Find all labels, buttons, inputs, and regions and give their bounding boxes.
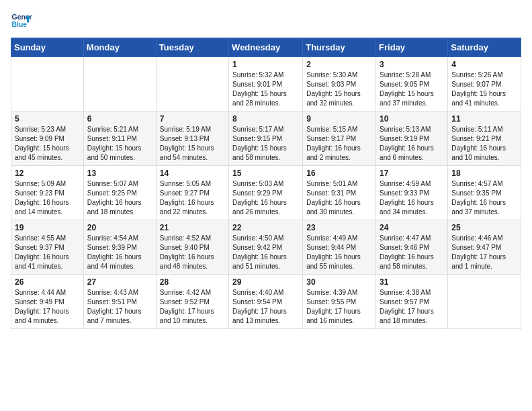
- day-info: Sunrise: 5:07 AM Sunset: 9:25 PM Dayligh…: [87, 179, 152, 217]
- calendar-cell: 24Sunrise: 4:47 AM Sunset: 9:46 PM Dayli…: [376, 220, 448, 275]
- day-number: 12: [15, 169, 80, 178]
- day-number: 8: [232, 114, 299, 124]
- calendar-cell: 12Sunrise: 5:09 AM Sunset: 9:23 PM Dayli…: [11, 166, 84, 220]
- calendar-cell: 29Sunrise: 4:40 AM Sunset: 9:54 PM Dayli…: [229, 275, 303, 329]
- day-number: 29: [232, 277, 299, 287]
- calendar-cell: 7Sunrise: 5:19 AM Sunset: 9:13 PM Daylig…: [156, 111, 228, 166]
- day-number: 23: [306, 223, 372, 232]
- day-info: Sunrise: 5:30 AM Sunset: 9:03 PM Dayligh…: [306, 71, 372, 108]
- day-info: Sunrise: 4:46 AM Sunset: 9:47 PM Dayligh…: [451, 234, 517, 271]
- day-number: 27: [87, 277, 152, 287]
- logo: General Blue: [11, 11, 35, 32]
- calendar-cell: 23Sunrise: 4:49 AM Sunset: 9:44 PM Dayli…: [303, 220, 376, 275]
- calendar-cell: 31Sunrise: 4:38 AM Sunset: 9:57 PM Dayli…: [376, 275, 448, 329]
- day-number: 25: [451, 223, 517, 232]
- day-info: Sunrise: 5:23 AM Sunset: 9:09 PM Dayligh…: [15, 125, 80, 163]
- calendar-cell: 25Sunrise: 4:46 AM Sunset: 9:47 PM Dayli…: [448, 220, 521, 275]
- day-info: Sunrise: 5:11 AM Sunset: 9:21 PM Dayligh…: [451, 125, 517, 163]
- day-number: 3: [380, 60, 444, 69]
- day-number: 2: [306, 60, 372, 69]
- calendar-cell: 20Sunrise: 4:54 AM Sunset: 9:39 PM Dayli…: [83, 220, 156, 275]
- day-number: 5: [15, 114, 80, 124]
- calendar-cell: 21Sunrise: 4:52 AM Sunset: 9:40 PM Dayli…: [156, 220, 228, 275]
- calendar-header-row: SundayMondayTuesdayWednesdayThursdayFrid…: [11, 38, 521, 57]
- day-number: 28: [160, 277, 225, 287]
- day-info: Sunrise: 4:38 AM Sunset: 9:57 PM Dayligh…: [380, 288, 444, 326]
- calendar-cell: 3Sunrise: 5:28 AM Sunset: 9:05 PM Daylig…: [376, 57, 448, 111]
- day-info: Sunrise: 5:15 AM Sunset: 9:17 PM Dayligh…: [306, 125, 372, 163]
- calendar-cell: [83, 57, 156, 111]
- day-header-tuesday: Tuesday: [156, 38, 228, 57]
- calendar-week-1: 1Sunrise: 5:32 AM Sunset: 9:01 PM Daylig…: [11, 57, 521, 111]
- calendar-cell: 26Sunrise: 4:44 AM Sunset: 9:49 PM Dayli…: [11, 275, 84, 329]
- calendar-cell: 28Sunrise: 4:42 AM Sunset: 9:52 PM Dayli…: [156, 275, 228, 329]
- calendar-cell: 1Sunrise: 5:32 AM Sunset: 9:01 PM Daylig…: [229, 57, 303, 111]
- day-number: 14: [160, 169, 225, 178]
- calendar-cell: 18Sunrise: 4:57 AM Sunset: 9:35 PM Dayli…: [448, 166, 521, 220]
- day-number: 15: [232, 169, 299, 178]
- calendar-cell: 4Sunrise: 5:26 AM Sunset: 9:07 PM Daylig…: [448, 57, 521, 111]
- calendar-cell: 14Sunrise: 5:05 AM Sunset: 9:27 PM Dayli…: [156, 166, 228, 220]
- calendar-cell: [11, 57, 84, 111]
- day-info: Sunrise: 5:26 AM Sunset: 9:07 PM Dayligh…: [451, 71, 517, 108]
- day-number: 22: [232, 223, 299, 232]
- day-info: Sunrise: 4:52 AM Sunset: 9:40 PM Dayligh…: [160, 234, 225, 271]
- day-number: 7: [160, 114, 225, 124]
- day-info: Sunrise: 4:55 AM Sunset: 9:37 PM Dayligh…: [15, 234, 80, 271]
- calendar-cell: 11Sunrise: 5:11 AM Sunset: 9:21 PM Dayli…: [448, 111, 521, 166]
- calendar-cell: 30Sunrise: 4:39 AM Sunset: 9:55 PM Dayli…: [303, 275, 376, 329]
- day-info: Sunrise: 4:50 AM Sunset: 9:42 PM Dayligh…: [232, 234, 299, 271]
- calendar-cell: 13Sunrise: 5:07 AM Sunset: 9:25 PM Dayli…: [83, 166, 156, 220]
- day-info: Sunrise: 4:47 AM Sunset: 9:46 PM Dayligh…: [380, 234, 444, 271]
- day-info: Sunrise: 4:44 AM Sunset: 9:49 PM Dayligh…: [15, 288, 80, 326]
- calendar-cell: 6Sunrise: 5:21 AM Sunset: 9:11 PM Daylig…: [83, 111, 156, 166]
- day-info: Sunrise: 4:43 AM Sunset: 9:51 PM Dayligh…: [87, 288, 152, 326]
- day-number: 17: [380, 169, 444, 178]
- day-info: Sunrise: 4:57 AM Sunset: 9:35 PM Dayligh…: [451, 179, 517, 217]
- day-header-monday: Monday: [83, 38, 156, 57]
- day-header-sunday: Sunday: [11, 38, 84, 57]
- calendar-cell: [156, 57, 228, 111]
- calendar-cell: 10Sunrise: 5:13 AM Sunset: 9:19 PM Dayli…: [376, 111, 448, 166]
- calendar-cell: 5Sunrise: 5:23 AM Sunset: 9:09 PM Daylig…: [11, 111, 84, 166]
- calendar-cell: 27Sunrise: 4:43 AM Sunset: 9:51 PM Dayli…: [83, 275, 156, 329]
- day-info: Sunrise: 4:54 AM Sunset: 9:39 PM Dayligh…: [87, 234, 152, 271]
- day-number: 19: [15, 223, 80, 232]
- calendar-cell: 22Sunrise: 4:50 AM Sunset: 9:42 PM Dayli…: [229, 220, 303, 275]
- page-header: General Blue: [11, 11, 521, 32]
- day-info: Sunrise: 5:32 AM Sunset: 9:01 PM Dayligh…: [232, 71, 299, 108]
- day-info: Sunrise: 5:01 AM Sunset: 9:31 PM Dayligh…: [306, 179, 372, 217]
- day-info: Sunrise: 4:39 AM Sunset: 9:55 PM Dayligh…: [306, 288, 372, 326]
- day-number: 20: [87, 223, 152, 232]
- day-info: Sunrise: 4:40 AM Sunset: 9:54 PM Dayligh…: [232, 288, 299, 326]
- calendar-cell: 19Sunrise: 4:55 AM Sunset: 9:37 PM Dayli…: [11, 220, 84, 275]
- day-info: Sunrise: 5:13 AM Sunset: 9:19 PM Dayligh…: [380, 125, 444, 163]
- day-number: 16: [306, 169, 372, 178]
- day-info: Sunrise: 5:03 AM Sunset: 9:29 PM Dayligh…: [232, 179, 299, 217]
- day-header-thursday: Thursday: [303, 38, 376, 57]
- day-number: 26: [15, 277, 80, 287]
- day-info: Sunrise: 4:49 AM Sunset: 9:44 PM Dayligh…: [306, 234, 372, 271]
- day-info: Sunrise: 4:59 AM Sunset: 9:33 PM Dayligh…: [380, 179, 444, 217]
- day-number: 24: [380, 223, 444, 232]
- day-info: Sunrise: 5:21 AM Sunset: 9:11 PM Dayligh…: [87, 125, 152, 163]
- day-number: 30: [306, 277, 372, 287]
- day-info: Sunrise: 5:05 AM Sunset: 9:27 PM Dayligh…: [160, 179, 225, 217]
- calendar-cell: 16Sunrise: 5:01 AM Sunset: 9:31 PM Dayli…: [303, 166, 376, 220]
- day-number: 4: [451, 60, 517, 69]
- day-info: Sunrise: 5:28 AM Sunset: 9:05 PM Dayligh…: [380, 71, 444, 108]
- day-number: 13: [87, 169, 152, 178]
- day-header-wednesday: Wednesday: [229, 38, 303, 57]
- calendar-cell: 8Sunrise: 5:17 AM Sunset: 9:15 PM Daylig…: [229, 111, 303, 166]
- calendar-week-3: 12Sunrise: 5:09 AM Sunset: 9:23 PM Dayli…: [11, 166, 521, 220]
- calendar-cell: 9Sunrise: 5:15 AM Sunset: 9:17 PM Daylig…: [303, 111, 376, 166]
- calendar-week-4: 19Sunrise: 4:55 AM Sunset: 9:37 PM Dayli…: [11, 220, 521, 275]
- day-number: 21: [160, 223, 225, 232]
- day-header-friday: Friday: [376, 38, 448, 57]
- day-number: 1: [232, 60, 299, 69]
- calendar-cell: 17Sunrise: 4:59 AM Sunset: 9:33 PM Dayli…: [376, 166, 448, 220]
- logo-icon: General Blue: [11, 11, 32, 32]
- svg-text:Blue: Blue: [12, 21, 28, 28]
- day-info: Sunrise: 5:09 AM Sunset: 9:23 PM Dayligh…: [15, 179, 80, 217]
- day-number: 6: [87, 114, 152, 124]
